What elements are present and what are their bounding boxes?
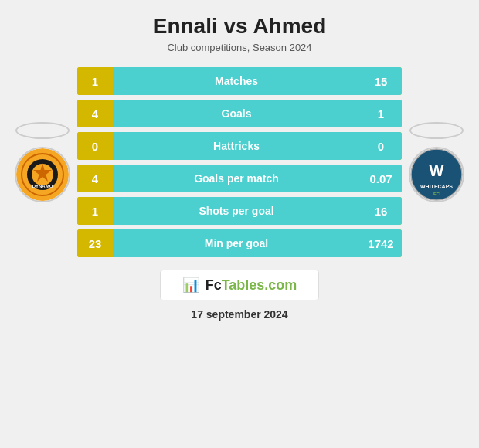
stat-label-shots-per-goal: Shots per goal <box>113 197 360 225</box>
stat-right-matches: 15 <box>360 67 402 95</box>
stat-left-shots-per-goal: 1 <box>77 197 113 225</box>
stat-label-goals-per-match: Goals per match <box>113 165 360 192</box>
svg-text:DYNAMO: DYNAMO <box>32 184 53 188</box>
dynamo-logo: DYNAMO <box>15 147 70 202</box>
brand-text: FcTables.com <box>206 277 297 294</box>
date-text: 17 september 2024 <box>191 308 287 321</box>
stat-label-matches: Matches <box>113 67 360 95</box>
subtitle: Club competitions, Season 2024 <box>0 42 479 53</box>
stat-label-min-per-goal: Min per goal <box>113 229 360 257</box>
svg-text:W: W <box>430 162 444 179</box>
stat-row-shots-per-goal: 1 Shots per goal 16 <box>77 197 402 225</box>
stat-left-min-per-goal: 23 <box>77 229 113 257</box>
fctables-banner: 📊 FcTables.com <box>160 270 320 300</box>
svg-text:WHITECAPS: WHITECAPS <box>420 184 453 189</box>
main-content: DYNAMO 1 Matches 15 4 Goals 1 0 Hattrick… <box>0 67 479 257</box>
stats-container: 1 Matches 15 4 Goals 1 0 Hattricks 0 4 G… <box>77 67 402 257</box>
left-logo-column: DYNAMO <box>8 122 77 202</box>
stat-right-min-per-goal: 1742 <box>360 229 402 257</box>
right-logo-column: W WHITECAPS FC <box>402 122 471 202</box>
right-ellipse <box>409 122 464 139</box>
stat-left-hattricks: 0 <box>77 132 113 160</box>
stat-row-matches: 1 Matches 15 <box>77 67 402 95</box>
stat-row-goals-per-match: 4 Goals per match 0.07 <box>77 165 402 192</box>
svg-text:FC: FC <box>433 192 440 196</box>
header-section: Ennali vs Ahmed Club competitions, Seaso… <box>0 0 479 56</box>
stat-right-shots-per-goal: 16 <box>360 197 402 225</box>
stat-right-goals: 1 <box>360 100 402 127</box>
stat-left-matches: 1 <box>77 67 113 95</box>
chart-icon: 📊 <box>182 277 199 294</box>
whitecaps-logo: W WHITECAPS FC <box>409 147 464 202</box>
stat-left-goals: 4 <box>77 100 113 127</box>
stat-row-goals: 4 Goals 1 <box>77 100 402 127</box>
stat-left-goals-per-match: 4 <box>77 165 113 192</box>
stat-label-hattricks: Hattricks <box>113 132 360 160</box>
stat-right-hattricks: 0 <box>360 132 402 160</box>
brand-green-text: Tables.com <box>222 277 297 293</box>
stat-row-min-per-goal: 23 Min per goal 1742 <box>77 229 402 257</box>
stat-right-goals-per-match: 0.07 <box>360 165 402 192</box>
left-ellipse <box>15 122 70 139</box>
stat-row-hattricks: 0 Hattricks 0 <box>77 132 402 160</box>
page-title: Ennali vs Ahmed <box>0 14 479 39</box>
stat-label-goals: Goals <box>113 100 360 127</box>
